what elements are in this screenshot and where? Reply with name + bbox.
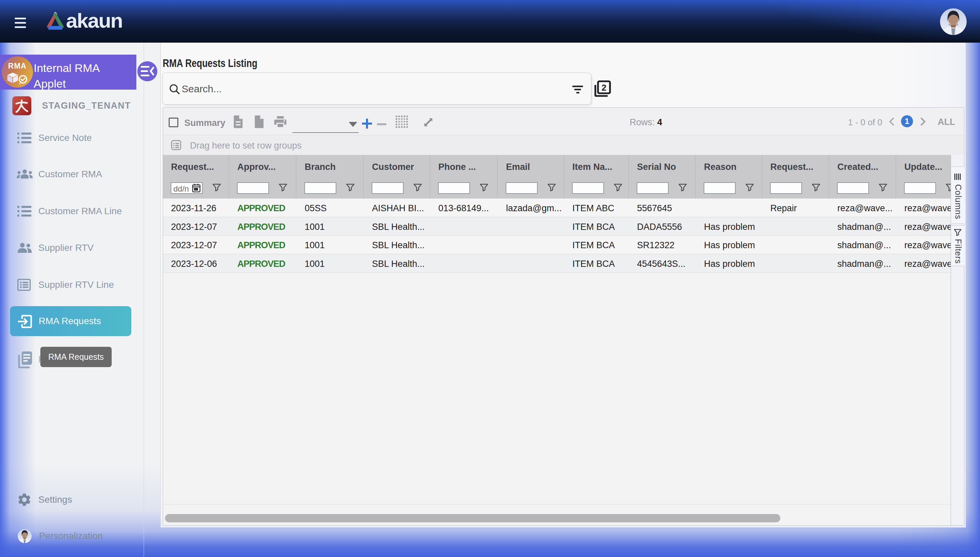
svg-text:2: 2	[602, 83, 607, 93]
